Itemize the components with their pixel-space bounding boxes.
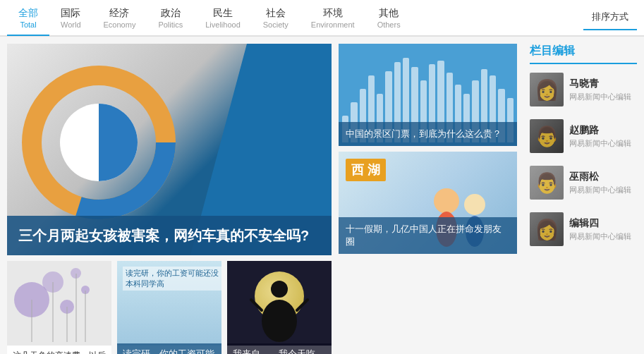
right-card-1[interactable]: 中国的景区门票，到底为什么这么贵？ bbox=[339, 44, 517, 146]
nav-item-livelihood[interactable]: 民生 Livelihood bbox=[194, 1, 252, 35]
right-card-1-title: 中国的景区门票，到底为什么这么贵？ bbox=[346, 128, 510, 140]
sidebar-title: 栏目编辑 bbox=[530, 44, 637, 64]
right-card-2-overlay: 十一假期，几亿中国人正在拼命发朋友圈 bbox=[339, 217, 517, 254]
editor-name-2: 赵鹏路 bbox=[569, 124, 631, 137]
svg-line-11 bbox=[297, 300, 308, 310]
right-card-2[interactable]: 西 湖 十一假期，几亿中国人正在拼命发朋友圈 bbox=[339, 152, 517, 254]
card3-title: 我来自＿，我今天吃＿味的月饼 bbox=[233, 348, 326, 354]
card3-overlay: 我来自＿，我今天吃＿味的月饼 bbox=[227, 343, 332, 354]
nav-sort-button[interactable]: 排序方式 bbox=[583, 5, 637, 30]
editor-item-2[interactable]: 👨 赵鹏路 网易新闻中心编辑 bbox=[530, 119, 637, 156]
bubble-lines bbox=[7, 261, 106, 346]
nav-item-total[interactable]: 全部 Total bbox=[7, 1, 49, 35]
card2-title: 读完研，你的工资可能还没本科同学高 bbox=[123, 348, 216, 354]
editor-avatar-1: 👩 bbox=[530, 73, 564, 106]
editor-name-4: 编辑四 bbox=[569, 217, 631, 230]
editor-role-1: 网易新闻中心编辑 bbox=[569, 92, 631, 102]
nav-item-politics[interactable]: 政治 Politics bbox=[147, 1, 194, 35]
editor-row-3: 👨 巫雨松 网易新闻中心编辑 bbox=[530, 166, 637, 200]
main-content: 三个月两起女孩被害案，网约车真的不安全吗? bbox=[0, 37, 644, 354]
donut-chart bbox=[21, 65, 176, 220]
card2-image: 读完研，你的工资可能还没本科同学高 bbox=[117, 261, 221, 346]
card1-title: 这几天免的高速费，以后都会让你交回来 bbox=[7, 346, 111, 354]
middle-column: 中国的景区门票，到底为什么这么贵？ 西 湖 十一假期，几亿中国人正在拼命发朋友圈 bbox=[339, 44, 517, 354]
card2-hint: 读完研，你的工资可能还没本科同学高 bbox=[123, 267, 221, 291]
small-card-3[interactable]: 🌙 我来自＿，我今天吃＿味的月饼 bbox=[227, 261, 332, 354]
svg-line-10 bbox=[251, 300, 262, 310]
editor-row-1: 👩 马晓青 网易新闻中心编辑 bbox=[530, 73, 637, 106]
small-card-1[interactable]: 这几天免的高速费，以后都会让你交回来 bbox=[7, 261, 111, 354]
moon-silhouette bbox=[230, 261, 329, 346]
right-card-2-title: 十一假期，几亿中国人正在拼命发朋友圈 bbox=[346, 223, 510, 248]
bubble-chart bbox=[7, 261, 111, 346]
editor-role-4: 网易新闻中心编辑 bbox=[569, 231, 631, 242]
editor-name-1: 马晓青 bbox=[569, 78, 631, 90]
nav-item-world[interactable]: 国际 World bbox=[49, 1, 92, 35]
small-articles-row: 这几天免的高速费，以后都会让你交回来 读完研，你的工资可能还没本科同学高 读完研… bbox=[7, 261, 332, 354]
editor-avatar-2: 👨 bbox=[530, 119, 564, 153]
hero-article[interactable]: 三个月两起女孩被害案，网约车真的不安全吗? bbox=[7, 44, 332, 255]
editor-role-3: 网易新闻中心编辑 bbox=[569, 185, 631, 195]
editor-name-3: 巫雨松 bbox=[569, 171, 631, 183]
small-card-2[interactable]: 读完研，你的工资可能还没本科同学高 读完研，你的工资可能还没本科同学高 bbox=[117, 261, 221, 354]
nav-bar: 全部 Total 国际 World 经济 Economy 政治 Politics… bbox=[0, 0, 644, 37]
editor-item-1[interactable]: 👩 马晓青 网易新闻中心编辑 bbox=[530, 73, 637, 109]
editor-row-4: 👩 编辑四 网易新闻中心编辑 bbox=[530, 212, 637, 246]
editor-row-2: 👨 赵鹏路 网易新闻中心编辑 bbox=[530, 119, 637, 153]
hero-title: 三个月两起女孩被害案，网约车真的不安全吗? bbox=[18, 226, 320, 245]
nav-item-economy[interactable]: 经济 Economy bbox=[92, 1, 147, 35]
card2-overlay: 读完研，你的工资可能还没本科同学高 bbox=[117, 343, 221, 354]
svg-point-12 bbox=[434, 188, 459, 214]
svg-point-9 bbox=[271, 281, 288, 298]
hero-overlay: 三个月两起女孩被害案，网约车真的不安全吗? bbox=[7, 216, 332, 255]
nav-item-environment[interactable]: 环境 Environment bbox=[300, 1, 366, 35]
svg-point-14 bbox=[464, 194, 485, 215]
left-column: 三个月两起女孩被害案，网约车真的不安全吗? bbox=[7, 44, 332, 354]
nav-item-others[interactable]: 其他 Others bbox=[366, 1, 412, 35]
moon-bg: 🌙 bbox=[227, 261, 332, 346]
editor-role-2: 网易新闻中心编辑 bbox=[569, 138, 631, 149]
editor-avatar-3: 👨 bbox=[530, 166, 564, 200]
editor-item-4[interactable]: 👩 编辑四 网易新闻中心编辑 bbox=[530, 212, 637, 249]
editor-item-3[interactable]: 👨 巫雨松 网易新闻中心编辑 bbox=[530, 166, 637, 202]
editor-avatar-4: 👩 bbox=[530, 212, 564, 246]
nav-item-society[interactable]: 社会 Society bbox=[252, 1, 300, 35]
sidebar: 栏目编辑 👩 马晓青 网易新闻中心编辑 👨 赵鹏路 网易新闻中心编辑 bbox=[524, 44, 637, 354]
svg-point-8 bbox=[262, 300, 297, 342]
right-card-1-overlay: 中国的景区门票，到底为什么这么贵？ bbox=[339, 122, 517, 146]
